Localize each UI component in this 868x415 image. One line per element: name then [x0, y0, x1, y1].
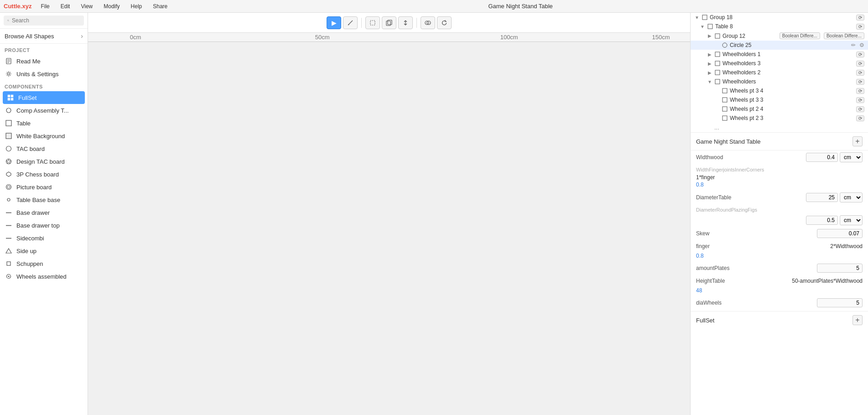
search-input-wrap[interactable]	[4, 16, 84, 26]
tree-item-wheelholders2[interactable]: ▶ Wheelholders 2 ⟳	[691, 68, 868, 77]
pen-tool-button[interactable]	[343, 16, 358, 29]
wheelholders1-badge: ⟳	[856, 52, 864, 57]
search-input[interactable]	[12, 17, 80, 24]
expand-wheelholders3[interactable]: ▶	[707, 61, 712, 66]
expand-wheelholders2[interactable]: ▶	[707, 70, 712, 75]
value-08-2: 0.8	[691, 253, 868, 262]
add-component-button[interactable]: +	[852, 136, 863, 146]
diameterround-input[interactable]	[806, 216, 838, 225]
tree-item-wheelspt33[interactable]: Wheels pt 3 3 ⟳	[691, 95, 868, 104]
sidebar-item-white-background[interactable]: White Background	[0, 130, 88, 142]
menu-help[interactable]: Help	[129, 2, 144, 10]
tree-item-wheelspt34[interactable]: Wheels pt 3 4 ⟳	[691, 86, 868, 95]
sidebar-item-comp-assembly[interactable]: Comp Assembly T...	[0, 104, 88, 117]
sidebar-item-3p-chess-board[interactable]: 3P Chess board	[0, 168, 88, 181]
tree-item-group18[interactable]: ▼ Group 18 ⟳	[691, 13, 868, 22]
sidebar-item-tac-board[interactable]: TAC board	[0, 142, 88, 155]
tree-item-table8[interactable]: ▼ Table 8 ⟳	[691, 22, 868, 31]
refresh-tool-button[interactable]	[437, 16, 452, 29]
select-tool-button[interactable]: ▶	[327, 16, 341, 29]
prop-row-diametertable: DiameterTable cmmmin	[691, 191, 868, 204]
widthwood-input[interactable]	[806, 153, 838, 162]
svg-point-0	[8, 20, 9, 21]
tree-item-wheelspt24[interactable]: Wheels pt 2 4 ⟳	[691, 104, 868, 114]
svg-rect-275	[715, 61, 720, 66]
sidebar-item-sidecombi[interactable]: Sidecombi	[0, 232, 88, 244]
move-tool-button[interactable]	[365, 16, 380, 29]
settings-glyph-icon[interactable]: ⚙	[859, 42, 864, 48]
menu-file[interactable]: File	[39, 2, 51, 10]
flip-tool-button[interactable]	[398, 16, 413, 29]
browse-all-label: Browse All Shapes	[5, 33, 54, 40]
expand-wheelholders[interactable]: ▼	[707, 79, 712, 84]
diameterround-unit-select[interactable]: cmmmin	[840, 215, 863, 225]
toolbar: ▶	[88, 13, 690, 33]
sidebar-item-base-drawer[interactable]: Base drawer	[0, 206, 88, 219]
tree-item-wheelholders[interactable]: ▼ Wheelholders ⟳	[691, 77, 868, 86]
sidebar-item-units-settings[interactable]: Units & Settings	[0, 67, 88, 80]
tree-item-group12[interactable]: ▶ Group 12 Boolean Differe... Boolean Di…	[691, 31, 868, 41]
expand-group18[interactable]: ▼	[694, 15, 700, 20]
wheelspt24-icon	[722, 106, 728, 112]
diametertable-input[interactable]	[806, 193, 838, 202]
sidebar-item-design-tac-board[interactable]: Design TAC board	[0, 155, 88, 168]
table-icon	[5, 119, 13, 127]
menu-modify[interactable]: Modify	[102, 2, 121, 10]
sidecombi-icon	[5, 234, 13, 242]
tree-item-wheelspt23[interactable]: Wheels pt 2 3 ⟳	[691, 114, 868, 123]
wheelholders3-badge: ⟳	[856, 61, 864, 67]
tree-item-wheelholders3[interactable]: ▶ Wheelholders 3 ⟳	[691, 59, 868, 68]
sidebar-item-wheels-assembled[interactable]: Wheels assembled	[0, 270, 88, 283]
expand-table8[interactable]: ▼	[700, 24, 705, 29]
project-section: PROJECT Read Me Units & Settings	[0, 44, 88, 80]
menu-share[interactable]: Share	[151, 2, 169, 10]
sidebar-item-table-base-base[interactable]: Table Base base	[0, 193, 88, 206]
sidebar-item-picture-board[interactable]: Picture board	[0, 181, 88, 193]
svg-rect-279	[722, 98, 727, 102]
menu-edit[interactable]: Edit	[59, 2, 72, 10]
amountplates-input[interactable]	[817, 264, 863, 273]
group18-badge: ⟳	[856, 15, 864, 21]
boolean-tool-button[interactable]	[421, 16, 435, 29]
expand-wheelspt33	[714, 97, 720, 103]
sidebar-item-side-up[interactable]: Side up	[0, 244, 88, 257]
base-drawer-icon	[5, 208, 13, 217]
expand-group12[interactable]: ▶	[707, 33, 712, 39]
svg-rect-10	[11, 98, 13, 100]
group18-icon	[702, 14, 708, 21]
tree-item-circle25[interactable]: Circle 25 ✏ ⚙	[691, 41, 868, 50]
widthwood-unit-select[interactable]: cmmmin	[840, 152, 863, 162]
sidebar-item-table[interactable]: Table	[0, 117, 88, 130]
diawheels-input[interactable]	[817, 298, 863, 307]
sidebar-item-base-drawer-top[interactable]: Base drawer top	[0, 219, 88, 232]
boolean-differe-1-button[interactable]: Boolean Differe...	[780, 32, 820, 39]
svg-point-26	[8, 276, 10, 277]
sidebar-item-readme[interactable]: Read Me	[0, 55, 88, 67]
skew-input[interactable]	[817, 229, 863, 238]
wheelholders1-icon	[714, 51, 721, 57]
prop-row-heighttable: HeightTable 50-amountPlates*Widthwood	[691, 275, 868, 287]
wheelholders2-label: Wheelholders 2	[722, 69, 853, 76]
copy-tool-button[interactable]	[382, 16, 396, 29]
tree-item-wheelholders1[interactable]: ▶ Wheelholders 1 ⟳	[691, 50, 868, 59]
expand-wheelholders1[interactable]: ▶	[707, 52, 712, 57]
sidebar-item-fullset[interactable]: FullSet	[3, 91, 85, 104]
svg-line-1	[9, 21, 9, 21]
app-logo: Cuttle.xyz	[4, 3, 31, 10]
fullset-add-button[interactable]: +	[852, 315, 863, 325]
diameterroundplazing-title: DiameterRoundPlazingFigs	[691, 204, 868, 213]
wheelholders-label: Wheelholders	[722, 78, 853, 85]
browse-all-shapes[interactable]: Browse All Shapes ›	[0, 29, 88, 44]
diawheels-label: diaWheels	[696, 300, 755, 306]
pencil-icon[interactable]: ✏	[851, 42, 856, 48]
svg-rect-281	[722, 116, 727, 120]
boolean-differe-2-button[interactable]: Boolean Differe...	[824, 32, 864, 39]
sidebar-item-schuppen[interactable]: Schuppen	[0, 257, 88, 270]
diametertable-unit-select[interactable]: cmmmin	[840, 192, 863, 202]
prop-row-widthwood: Widthwood cmmmin	[691, 150, 868, 164]
widthfingerjoints-title: WidthFingerjointsInnerCorners	[691, 164, 868, 173]
tac-board-icon	[5, 145, 13, 153]
canvas-area[interactable]: 0cm 50cm 100cm 150cm -100cm -50cm 0cm 50…	[88, 33, 690, 415]
wheelholders2-icon	[714, 69, 721, 76]
menu-view[interactable]: View	[79, 2, 94, 10]
